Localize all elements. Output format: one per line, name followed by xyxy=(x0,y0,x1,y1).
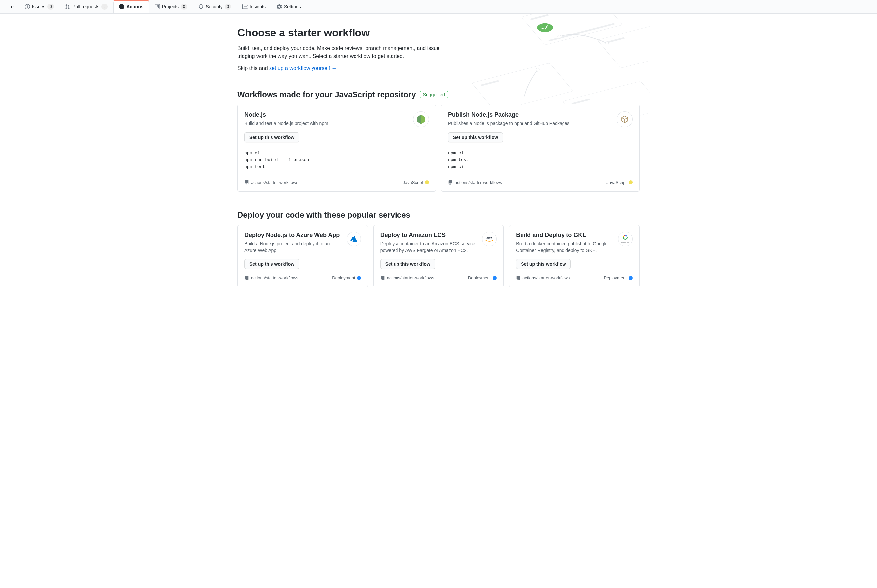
repo-icon xyxy=(244,180,249,184)
svg-rect-7 xyxy=(481,80,500,86)
workflow-card-azure: Deploy Node.js to Azure Web App Build a … xyxy=(237,225,368,287)
shield-icon xyxy=(198,4,204,9)
setup-workflow-button[interactable]: Set up this workflow xyxy=(380,259,435,269)
card-code-preview: npm ci npm run build --if-present npm te… xyxy=(244,150,429,171)
card-footer: actions/starter-workflows JavaScript xyxy=(244,180,429,185)
tab-actions[interactable]: Actions xyxy=(114,1,149,13)
skip-prefix: Skip this and xyxy=(237,66,269,71)
repo-reference[interactable]: actions/starter-workflows xyxy=(244,276,298,280)
workflow-card-aws-ecs: Deploy to Amazon ECS Deploy a container … xyxy=(373,225,504,287)
language-tag: JavaScript xyxy=(607,180,633,185)
suggested-badge: Suggested xyxy=(420,91,448,98)
azure-icon xyxy=(346,232,361,246)
section-suggested-header: Workflows made for your JavaScript repos… xyxy=(237,90,640,99)
tab-code-label: e xyxy=(11,4,13,9)
language-dot-icon xyxy=(357,276,361,280)
tab-settings[interactable]: Settings xyxy=(271,0,307,13)
svg-text:aws: aws xyxy=(487,237,492,240)
graph-icon xyxy=(242,4,248,9)
repo-reference[interactable]: actions/starter-workflows xyxy=(380,276,434,280)
card-footer: actions/starter-workflows Deployment xyxy=(244,276,361,280)
workflow-card-gke: Build and Deploy to GKE Build a docker c… xyxy=(509,225,640,287)
repo-name: actions/starter-workflows xyxy=(251,276,298,280)
tab-code[interactable]: e xyxy=(5,0,19,13)
repo-reference[interactable]: actions/starter-workflows xyxy=(516,276,570,280)
language-dot-icon xyxy=(629,276,633,280)
svg-point-11 xyxy=(606,42,609,45)
repo-icon xyxy=(380,276,385,280)
card-footer: actions/starter-workflows Deployment xyxy=(380,276,497,280)
tab-projects-label: Projects xyxy=(162,4,179,9)
pull-request-icon xyxy=(65,4,70,9)
card-title: Deploy to Amazon ECS xyxy=(380,232,477,239)
language-label: JavaScript xyxy=(403,180,423,185)
svg-rect-9 xyxy=(571,98,591,104)
tab-pulls[interactable]: Pull requests 0 xyxy=(60,0,114,13)
repo-icon xyxy=(244,276,249,280)
repo-name: actions/starter-workflows xyxy=(387,276,434,280)
tab-projects[interactable]: Projects 0 xyxy=(149,0,193,13)
project-icon xyxy=(155,4,160,9)
card-description: Publishes a Node.js package to npm and G… xyxy=(448,120,612,127)
workflow-card-publish-npm: Publish Node.js Package Publishes a Node… xyxy=(441,105,640,192)
tab-insights-label: Insights xyxy=(250,4,265,9)
tab-security[interactable]: Security 0 xyxy=(193,0,237,13)
setup-workflow-button[interactable]: Set up this workflow xyxy=(516,259,571,269)
tab-issues-label: Issues xyxy=(32,4,45,9)
setup-workflow-button[interactable]: Set up this workflow xyxy=(244,259,299,269)
main-content: Choose a starter workflow Build, test, a… xyxy=(227,14,650,301)
page-description: Build, test, and deploy your code. Make … xyxy=(237,44,442,60)
repo-name: actions/starter-workflows xyxy=(251,180,298,185)
tab-actions-label: Actions xyxy=(126,4,143,9)
repo-icon xyxy=(448,180,453,184)
gear-icon xyxy=(277,4,282,9)
repo-name: actions/starter-workflows xyxy=(523,276,570,280)
card-footer: actions/starter-workflows Deployment xyxy=(516,276,633,280)
repo-name: actions/starter-workflows xyxy=(455,180,502,185)
language-tag: Deployment xyxy=(468,276,497,280)
workflow-card-nodejs: Node.js Build and test a Node.js project… xyxy=(237,105,436,192)
card-title: Publish Node.js Package xyxy=(448,111,612,118)
suggested-workflows-grid: Node.js Build and test a Node.js project… xyxy=(237,105,640,192)
nodejs-icon xyxy=(413,111,429,128)
card-description: Build and test a Node.js project with np… xyxy=(244,120,408,127)
section-deploy-title: Deploy your code with these popular serv… xyxy=(237,210,411,220)
package-icon xyxy=(617,111,633,128)
tab-issues[interactable]: Issues 0 xyxy=(19,0,60,13)
svg-text:Google Cloud: Google Cloud xyxy=(621,242,630,243)
skip-line: Skip this and set up a workflow yourself… xyxy=(237,66,640,71)
language-dot-icon xyxy=(629,180,633,184)
tab-security-label: Security xyxy=(206,4,223,9)
tab-insights[interactable]: Insights xyxy=(237,0,271,13)
language-tag: JavaScript xyxy=(403,180,429,185)
tab-pulls-label: Pull requests xyxy=(72,4,99,9)
security-count: 0 xyxy=(225,4,231,10)
setup-workflow-link[interactable]: set up a workflow yourself → xyxy=(269,66,337,71)
section-deploy-header: Deploy your code with these popular serv… xyxy=(237,210,640,220)
deploy-workflows-grid: Deploy Node.js to Azure Web App Build a … xyxy=(237,225,640,287)
issues-icon xyxy=(25,4,30,9)
google-cloud-icon: Google Cloud xyxy=(618,232,633,246)
card-description: Build a Node.js project and deploy it to… xyxy=(244,241,341,254)
projects-count: 0 xyxy=(181,4,187,10)
repo-icon xyxy=(516,276,520,280)
card-title: Node.js xyxy=(244,111,408,118)
card-code-preview: npm ci npm test npm ci xyxy=(448,150,633,171)
aws-icon: aws xyxy=(482,232,497,246)
svg-rect-1 xyxy=(530,14,549,20)
repo-reference[interactable]: actions/starter-workflows xyxy=(448,180,502,185)
card-footer: actions/starter-workflows JavaScript xyxy=(448,180,633,185)
card-title: Deploy Node.js to Azure Web App xyxy=(244,232,341,239)
tab-settings-label: Settings xyxy=(284,4,301,9)
repo-reference[interactable]: actions/starter-workflows xyxy=(244,180,298,185)
page-title: Choose a starter workflow xyxy=(237,27,640,39)
language-label: JavaScript xyxy=(607,180,627,185)
repo-tabs: e Issues 0 Pull requests 0 Actions Proje… xyxy=(0,0,877,14)
issues-count: 0 xyxy=(47,4,54,10)
language-label: Deployment xyxy=(332,276,355,280)
language-dot-icon xyxy=(493,276,497,280)
language-tag: Deployment xyxy=(604,276,633,280)
setup-workflow-button[interactable]: Set up this workflow xyxy=(244,132,299,142)
setup-workflow-button[interactable]: Set up this workflow xyxy=(448,132,503,142)
card-description: Build a docker container, publish it to … xyxy=(516,241,613,254)
